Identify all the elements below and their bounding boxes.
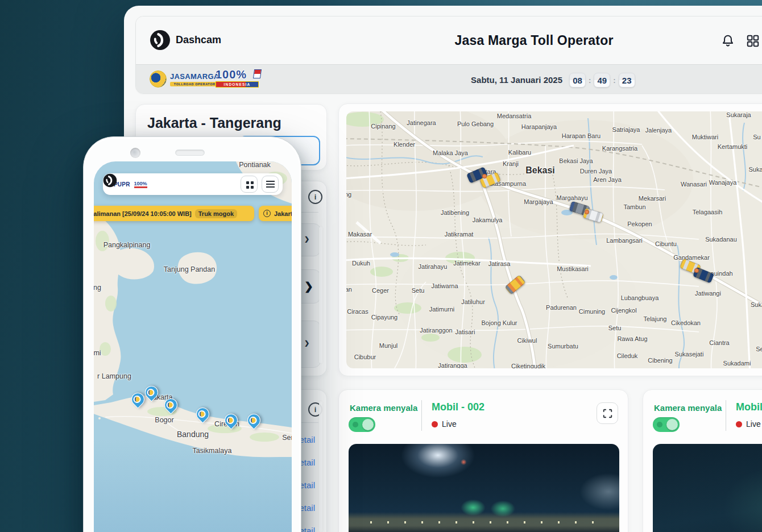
live-dot-icon <box>432 421 438 427</box>
live-label: Live <box>746 419 761 429</box>
notifications-bell-icon[interactable] <box>720 34 735 48</box>
pin-core <box>198 410 206 418</box>
scrollbar[interactable] <box>319 227 322 363</box>
jasamarga-logo-icon <box>168 402 173 408</box>
current-date: Sabtu, 11 Januari 2025 <box>460 75 562 85</box>
hamburger-menu-icon <box>266 181 275 188</box>
jasamarga-logo-icon <box>135 397 140 402</box>
apps-grid-icon[interactable] <box>746 34 760 48</box>
header-top-row: Dashcam Jasa Marga Toll Operator <box>136 16 762 64</box>
app-name: Dashcam <box>176 34 221 46</box>
phone-app-header: PUPR 100% <box>103 173 283 195</box>
clock-separator: : <box>613 76 615 85</box>
vehicle-name: Mobil - 002 <box>432 401 484 413</box>
phone-front-camera <box>130 148 140 158</box>
indonesia-flag-icon <box>253 69 262 78</box>
100-indonesia-mini-logo: 100% <box>134 181 147 188</box>
fullscreen-button[interactable] <box>597 402 618 424</box>
fleet-map-card: MedansatriaCipinangJatinegaraPulo Gebang… <box>338 103 762 376</box>
clock-separator: : <box>589 76 591 85</box>
chevron-right-icon[interactable]: ❯ <box>304 280 313 293</box>
phone-speaker <box>175 149 205 156</box>
100-percent-label: 100% <box>216 68 247 81</box>
map-label: r Lampung <box>97 372 131 380</box>
map-label: Pontianak <box>239 161 271 169</box>
toggle-track-dot <box>657 422 662 427</box>
camera-status-label: Kamera menyala <box>654 403 722 413</box>
jasamarga-wordmark: JASAMARGA <box>170 72 219 81</box>
jasamarga-logo-icon <box>200 412 205 417</box>
toll-gate-lights <box>370 521 608 523</box>
incident-type-badge: Truk mogok <box>195 209 237 218</box>
fullscreen-icon <box>603 409 612 418</box>
toggle-track-dot <box>353 422 358 427</box>
fleet-map[interactable]: MedansatriaCipinangJatinegaraPulo Gebang… <box>346 111 762 368</box>
map-label: Tasikmalaya <box>193 447 232 455</box>
vehicle-name: Mobil - <box>736 401 762 413</box>
map-label: Tanjung Pandan <box>164 265 215 273</box>
dashcam-logo-icon <box>150 30 171 51</box>
info-icon: i <box>263 210 271 217</box>
dashcam-logo-icon <box>103 173 117 188</box>
map-label: Bogor <box>155 416 173 424</box>
incident-alert-text: Palimanan [25/09/24 10:05:00 WIB] <box>94 210 192 217</box>
jasamarga-logo: JASAMARGA TOLLROAD OPERATOR <box>150 70 219 88</box>
pin-core <box>227 417 234 424</box>
phone-apps-grid-button[interactable] <box>241 176 258 193</box>
incident-dot-marker <box>585 210 589 214</box>
pin-core <box>147 389 155 396</box>
pin-core <box>250 417 257 424</box>
map-label: Pangkalpinang <box>103 241 151 249</box>
chevron-right-icon[interactable]: ❯ <box>304 339 309 347</box>
info-glyph: i <box>314 405 317 414</box>
clock-minutes: 49 <box>594 73 610 88</box>
phone-mockup: PontianakPangkalpinangTanjung Pandanngmi… <box>83 136 301 532</box>
jasamarga-logo-icon <box>228 418 233 423</box>
map-label: ng <box>94 284 101 292</box>
incident-dot-marker <box>694 268 699 273</box>
chevron-right-icon[interactable]: ❯ <box>304 235 309 243</box>
phone-screen: PontianakPangkalpinangTanjung Pandanngmi… <box>94 161 292 532</box>
live-status: Live <box>432 419 457 429</box>
camera-toggle[interactable] <box>653 417 680 432</box>
camera-status-label: Kamera menyala <box>350 403 417 413</box>
toggle-knob <box>362 419 374 430</box>
camera-card-2: Kamera menyala Mobil - Live <box>643 389 762 532</box>
indonesia-label: INDONESIA <box>216 81 259 88</box>
incident-alert-banner[interactable]: Palimanan [25/09/24 10:05:00 WIB] Truk m… <box>94 206 254 221</box>
map-basemap <box>346 111 762 368</box>
header: Dashcam Jasa Marga Toll Operator JASAMAR… <box>135 16 762 94</box>
map-label: Bandung <box>177 430 209 439</box>
phone-menu-button[interactable] <box>262 176 279 193</box>
jasamarga-logo-icon <box>251 418 256 423</box>
pin-core <box>167 401 174 409</box>
live-status: Live <box>736 419 761 429</box>
clock-seconds: 23 <box>619 73 635 88</box>
digital-clock: 08 : 49 : 23 <box>569 73 635 88</box>
apps-grid-icon <box>246 181 249 184</box>
incident-dot-marker <box>482 174 487 178</box>
route-alert-text: Jakarta - M <box>274 210 292 217</box>
clock-hours: 08 <box>569 73 586 88</box>
page-title: Jasa Marga Toll Operator <box>454 33 614 48</box>
jasamarga-logo-icon <box>148 390 154 395</box>
pin-core <box>134 396 141 403</box>
camera-feed[interactable] <box>349 444 619 532</box>
divider <box>421 400 422 431</box>
header-sub-row: JASAMARGA TOLLROAD OPERATOR 100% INDONES… <box>136 64 762 93</box>
map-label: mi <box>94 349 101 357</box>
jasamarga-tagline: TOLLROAD OPERATOR <box>170 82 219 86</box>
divider <box>726 400 726 431</box>
jasamarga-logo-icon <box>150 70 167 88</box>
info-icon[interactable]: i <box>308 190 322 204</box>
route-alert-pill[interactable]: i Jakarta - M <box>259 206 292 221</box>
route-title: Jakarta - Tangerang <box>147 115 281 131</box>
toggle-knob <box>666 419 678 430</box>
camera-feed[interactable] <box>653 444 762 532</box>
camera-toggle[interactable] <box>349 417 375 432</box>
map-label: Ser <box>282 434 292 442</box>
camera-card-mobil-002: Kamera menyala Mobil - 002 Live <box>338 389 628 532</box>
scrollbar[interactable] <box>319 401 322 532</box>
100-indonesia-logo: 100% INDONESIA <box>216 68 262 88</box>
info-glyph: i <box>314 193 317 201</box>
